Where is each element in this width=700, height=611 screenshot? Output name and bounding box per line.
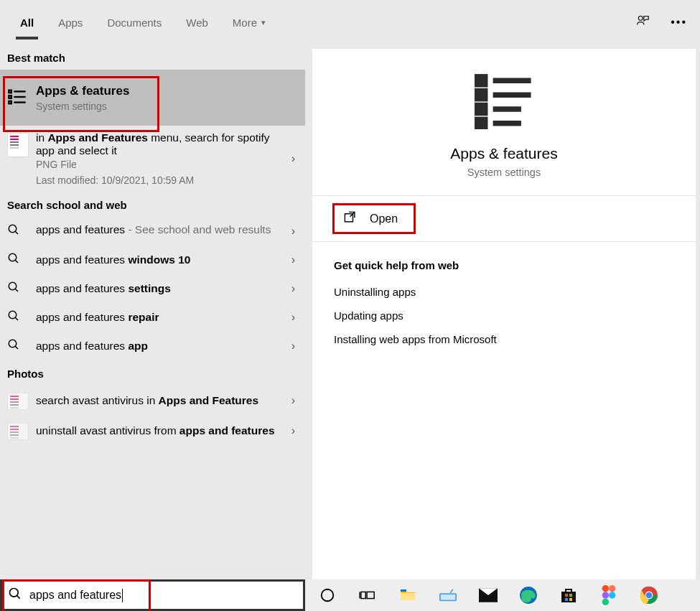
microsoft-store-icon[interactable] [559,586,578,605]
more-options-icon[interactable]: ••• [671,16,687,29]
file-result-title: in Apps and Features menu, search for sp… [36,131,278,157]
web-suggestion-label: apps and features - See school and web r… [36,223,271,236]
open-button[interactable]: Open [332,203,416,234]
chevron-right-icon[interactable]: › [291,152,295,165]
bottom-bar: apps and features [0,579,700,611]
search-icon [7,309,20,325]
tab-documents[interactable]: Documents [100,0,169,45]
file-result[interactable]: in Apps and Features menu, search for sp… [0,126,305,192]
chrome-icon[interactable] [640,586,658,605]
svg-point-11 [9,282,17,290]
svg-rect-3 [9,95,11,98]
open-label: Open [370,213,398,225]
chevron-right-icon[interactable]: › [291,253,295,266]
svg-rect-29 [361,592,365,598]
apps-features-icon [7,87,27,110]
best-match-title: Apps & features [36,84,278,98]
cortana-icon[interactable] [318,586,337,605]
file-thumbnail-icon [7,133,29,157]
tab-more[interactable]: More▾ [225,0,273,45]
photo-result[interactable]: search avast antivirus in Apps and Featu… [0,386,305,416]
file-result-modified: Last modified: 10/9/2021, 10:59 AM [36,174,278,186]
svg-rect-17 [477,77,485,85]
feedback-icon[interactable] [635,13,650,32]
detail-panel: Apps & features System settings Open Get… [312,49,696,579]
open-icon [343,210,357,227]
photo-thumbnail-icon [7,423,29,440]
photo-result[interactable]: uninstall avast antivirus from apps and … [0,416,305,446]
best-match-result[interactable]: Apps & features System settings [0,70,305,126]
svg-point-46 [609,592,615,598]
svg-rect-1 [9,90,11,93]
svg-point-15 [9,340,17,348]
svg-rect-42 [569,598,572,601]
svg-point-28 [322,589,334,602]
help-link[interactable]: Updating apps [312,304,696,327]
web-suggestion[interactable]: apps and features repair › [0,303,305,332]
svg-point-26 [10,589,19,597]
help-link[interactable]: Installing web apps from Microsoft [312,327,696,351]
chevron-right-icon[interactable]: › [291,340,295,353]
chevron-right-icon[interactable]: › [291,282,295,295]
file-result-type: PNG File [36,159,278,170]
web-suggestion[interactable]: apps and features windows 10 › [0,246,305,274]
help-header: Get quick help from web [312,242,696,280]
tab-all[interactable]: All [13,0,41,45]
svg-rect-39 [565,594,568,597]
svg-line-14 [15,317,18,320]
svg-rect-34 [441,594,455,600]
svg-line-8 [15,231,18,234]
web-suggestion[interactable]: apps and features app › [0,332,305,360]
search-tabs: All Apps Documents Web More▾ ••• [0,0,700,45]
search-input-text: apps and features [29,589,121,602]
svg-line-10 [15,260,18,263]
web-suggestion-label: apps and features settings [36,282,171,295]
figma-icon[interactable] [599,586,618,605]
results-panel: Best match Apps & features System settin… [0,45,305,579]
file-explorer-icon[interactable] [398,586,417,605]
search-icon [7,281,20,297]
section-best-match: Best match [0,45,305,70]
svg-rect-41 [565,598,568,601]
search-icon [7,252,20,268]
search-icon [7,223,20,239]
edge-icon[interactable] [519,586,538,605]
help-link[interactable]: Uninstalling apps [312,280,696,304]
search-icon [8,587,22,604]
photo-result-title: search avast antivirus in Apps and Featu… [36,394,278,407]
web-suggestion-label: apps and features windows 10 [36,253,190,266]
best-match-subtitle: System settings [36,101,278,112]
svg-rect-38 [561,592,576,602]
detail-title: Apps & features [450,145,557,162]
chevron-right-icon[interactable]: › [291,424,295,437]
web-suggestion-label: apps and features app [36,340,148,353]
svg-rect-40 [569,594,572,597]
mail-icon[interactable] [479,586,498,605]
keyboard-icon[interactable] [439,586,457,605]
photo-result-title: uninstall avast antivirus from apps and … [36,424,278,437]
tab-web[interactable]: Web [179,0,215,45]
section-school-web: Search school and web [0,192,305,217]
svg-point-44 [609,585,615,592]
chevron-right-icon[interactable]: › [291,394,295,407]
search-box[interactable]: apps and features [0,579,305,611]
photo-thumbnail-icon [7,393,29,410]
task-view-icon[interactable] [358,586,377,605]
chevron-right-icon[interactable]: › [291,311,295,324]
svg-rect-19 [477,90,485,99]
text-cursor [122,589,123,602]
apps-features-large-icon [475,70,533,132]
search-icon [7,338,20,354]
svg-point-9 [9,253,17,261]
svg-rect-5 [9,101,11,104]
web-suggestion[interactable]: apps and features settings › [0,274,305,303]
svg-point-13 [9,311,17,319]
tab-apps[interactable]: Apps [51,0,90,45]
svg-line-16 [15,346,18,349]
chevron-right-icon[interactable]: › [291,225,295,238]
chevron-down-icon: ▾ [261,18,266,27]
web-suggestion[interactable]: apps and features - See school and web r… [0,217,305,246]
svg-rect-23 [477,119,485,128]
svg-point-7 [9,225,17,233]
detail-subtitle: System settings [467,167,541,178]
